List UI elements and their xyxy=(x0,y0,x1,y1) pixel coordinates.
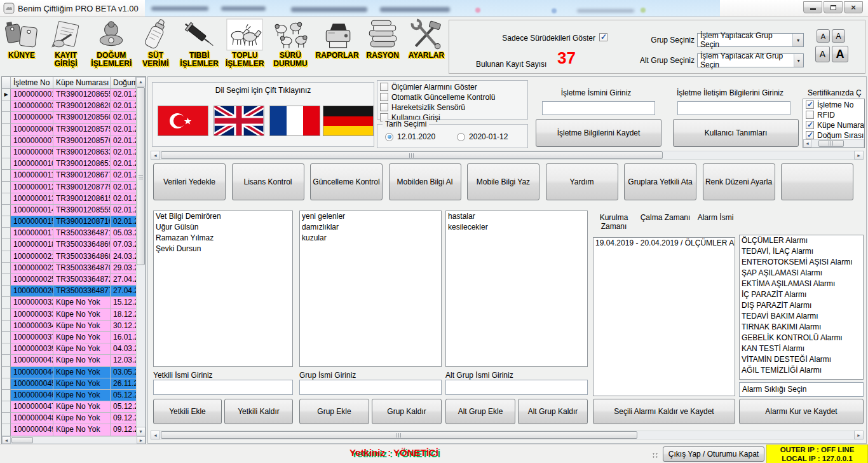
scroll-right-icon[interactable]: ► xyxy=(854,151,864,160)
set-alarm-button[interactable]: Alarmı Kur ve Kaydet xyxy=(739,399,864,424)
table-row[interactable]: 1000000018TR3500336486907.03.20 xyxy=(2,239,136,251)
toolbar-item-kunye[interactable]: KÜNYE xyxy=(3,18,41,76)
list-item[interactable]: İÇ PARAZİT Alarmı xyxy=(740,289,863,300)
certificate-hscroll-thumb[interactable] xyxy=(818,140,844,147)
font-size-button-1[interactable]: A xyxy=(817,29,830,43)
table-row[interactable]: 1000000015TR3900120871602.01.20 xyxy=(2,216,136,228)
list-item[interactable]: Uğur Gülsün xyxy=(154,222,292,233)
column-header-dogum[interactable]: Doğum T xyxy=(111,77,136,89)
table-row[interactable]: 1000000012TR3900120877902.01.20 xyxy=(2,182,136,193)
action-button-gruplara-yetkili-ata[interactable]: Gruplara Yetkili Ata xyxy=(624,163,696,200)
toolbar-item-suru-durumu[interactable]: SÜRÜ DURUMU xyxy=(271,18,310,76)
show-only-herd-checkbox[interactable] xyxy=(599,33,607,41)
action-button-empty[interactable] xyxy=(781,163,853,200)
save-farm-info-button[interactable]: İşletme Bilgilerini Kaydet xyxy=(536,119,661,147)
toolbar-item-toplu-islemler[interactable]: TOPLU İŞLEMLER xyxy=(224,18,265,76)
table-row[interactable]: 1000000039Küpe No Yok04.03.20 xyxy=(2,343,136,355)
alarm-types-list[interactable]: ÖLÇÜMLER AlarmıTEDAVİ, İLAÇ AlarmıENTERO… xyxy=(739,235,864,380)
table-row[interactable]: 1000000011TR3900120867702.01.20 xyxy=(2,170,136,181)
action-button-verileri-yedekle[interactable]: Verileri Yedekle xyxy=(153,163,226,200)
table-hscroll-thumb[interactable] xyxy=(11,437,33,443)
maximize-button[interactable] xyxy=(824,1,843,13)
toolbar-item-sut-verimi[interactable]: SÜT VERİMİ xyxy=(137,18,174,76)
user-definitions-button[interactable]: Kullanıcı Tanımları xyxy=(673,119,799,147)
list-item[interactable]: ENTEROTOKSEMİ AŞISI Alarmı xyxy=(740,257,863,268)
list-item[interactable]: TIRNAK BAKIMI Alarmı xyxy=(740,322,863,333)
list-item[interactable]: TEDAVİ BAKIM Alarmı xyxy=(740,311,863,322)
table-row[interactable]: 1000000007TR3900120857602.01.20 xyxy=(2,135,136,147)
close-button[interactable]: × xyxy=(844,1,863,13)
option-checkbox[interactable] xyxy=(380,93,388,101)
table-row[interactable]: 1000000034Küpe No Yok30.12.20 xyxy=(2,321,136,332)
add-group-button[interactable]: Grup Ekle xyxy=(299,399,369,424)
table-row[interactable]: 1000000021TR3500336486824.03.20 xyxy=(2,251,136,263)
france-flag[interactable] xyxy=(269,106,320,136)
subgroup-name-input[interactable] xyxy=(445,380,588,395)
scroll-right-icon[interactable]: ► xyxy=(137,436,146,444)
action-button-g-ncelleme-kontrol[interactable]: Güncelleme Kontrol xyxy=(310,163,383,200)
font-size-button-4[interactable]: A xyxy=(832,46,848,62)
toolbar-item-ayarlar[interactable]: AYARLAR xyxy=(407,18,446,76)
list-item[interactable]: GEBELİK KONTROLÜ Alarmı xyxy=(740,333,863,343)
table-row[interactable]: 1000000037Küpe No Yok16.01.20 xyxy=(2,332,136,343)
table-row[interactable]: 1000000045Küpe No Yok26.11.20 xyxy=(2,378,136,390)
panel-hscroll-thumb-top[interactable] xyxy=(161,151,663,159)
subgroups-list[interactable]: hastalarkesilecekler xyxy=(445,211,588,367)
list-item[interactable]: DIŞ PARAZİT Alarmı xyxy=(740,300,863,311)
list-item[interactable]: damızlıklar xyxy=(300,222,441,233)
table-row[interactable]: 1000000047Küpe No Yok05.12.20 xyxy=(2,401,136,413)
option-row[interactable]: Otomatik Güncelleme Kontrolü xyxy=(380,92,525,102)
table-row[interactable]: 1000000009TR3900120863302.01.20 xyxy=(2,147,136,158)
date-format-radio[interactable] xyxy=(385,133,393,141)
list-item[interactable]: KAN TESTİ Alarmı xyxy=(740,343,863,354)
list-item[interactable]: kuzular xyxy=(300,233,441,244)
list-item[interactable]: ŞAP AŞILAMASI Alarmı xyxy=(740,268,863,279)
table-row[interactable]: 1000000042Küpe No Yok12.03.20 xyxy=(2,355,136,366)
option-row[interactable]: Hareketsizlik Sensörü xyxy=(380,102,525,112)
scroll-left-icon[interactable]: ◄ xyxy=(151,151,160,160)
certificate-item-checkbox[interactable] xyxy=(806,121,814,129)
scroll-up-icon[interactable]: ▲ xyxy=(136,77,146,86)
minimize-button[interactable] xyxy=(803,1,822,13)
certificate-item-row[interactable]: RFID xyxy=(806,110,862,120)
remove-selected-alarm-button[interactable]: Seçili Alarmı Kaldır ve Kaydet xyxy=(593,399,735,424)
germany-flag[interactable] xyxy=(323,106,374,136)
column-header-kupe-numarasi[interactable]: Küpe Numarası xyxy=(53,77,111,89)
toolbar-item-raporlar[interactable]: RAPORLAR xyxy=(316,18,359,76)
logout-button[interactable]: Çıkış Yap / Oturumu Kapat xyxy=(663,446,764,462)
list-item[interactable]: TEDAVİ, İLAÇ Alarmı xyxy=(740,246,863,257)
action-button-yard-m[interactable]: Yardım xyxy=(546,163,618,200)
farm-contact-input[interactable] xyxy=(677,101,790,115)
date-format-option[interactable]: 2020-01-12 xyxy=(457,132,508,141)
groups-list[interactable]: yeni gelenlerdamızlıklarkuzular xyxy=(299,211,442,367)
scroll-down-icon[interactable]: ▼ xyxy=(136,427,146,436)
scroll-left-icon[interactable]: ◄ xyxy=(151,431,160,439)
authorized-name-input[interactable] xyxy=(153,380,293,395)
chevron-down-icon[interactable]: ▼ xyxy=(794,54,803,67)
list-item[interactable]: Vet Bilgi Demirören xyxy=(154,211,292,222)
table-row[interactable]: 1000000032Küpe No Yok15.12.20 xyxy=(2,297,136,308)
table-row[interactable]: 1000000006TR3900120857502.01.20 xyxy=(2,124,136,135)
table-row[interactable]: 1000000044Küpe No Yok03.05.20 xyxy=(2,367,136,378)
option-row[interactable]: Ölçümler Alarmını Göster xyxy=(380,82,525,92)
certificate-item-checkbox[interactable] xyxy=(806,131,814,139)
list-item[interactable]: Ramazan Yılmaz xyxy=(154,233,292,244)
date-format-radio[interactable] xyxy=(457,133,465,141)
list-item[interactable]: yeni gelenler xyxy=(300,211,441,222)
remove-authorized-button[interactable]: Yetkili Kaldır xyxy=(224,399,293,424)
list-item[interactable]: 19.04.2019 - 20.04.2019 / ÖLÇÜMLER Alarm… xyxy=(593,238,735,249)
table-row[interactable]: 1000000004TR3900120856002.01.20 xyxy=(2,112,136,123)
table-row[interactable]: 1000000014TR3900120855502.01.20 xyxy=(2,205,136,216)
uk-flag[interactable] xyxy=(214,106,264,136)
authorized-people-list[interactable]: Vet Bilgi DemirörenUğur GülsünRamazan Yı… xyxy=(153,211,293,367)
toolbar-item-kayit-girisi[interactable]: KAYIT GİRİŞİ xyxy=(46,18,86,76)
certificate-item-checkbox[interactable] xyxy=(806,100,814,109)
column-header-isletme-no[interactable]: İşletme No xyxy=(11,77,53,89)
turkey-flag[interactable] xyxy=(158,106,208,136)
list-item[interactable]: AĞIL TEMİZLİĞİ Alarmı xyxy=(740,365,863,376)
table-row[interactable]: 1000000013TR3900120861502.01.20 xyxy=(2,193,136,205)
certificate-item-row[interactable]: İşletme No xyxy=(806,100,862,109)
group-select[interactable]: İşlem Yapılacak Grup Seçin ▼ xyxy=(697,33,804,47)
table-row[interactable]: 1000000010TR3900120865102.01.20 xyxy=(2,158,136,170)
table-row[interactable]: 1000000017TR3500336487105.03.20 xyxy=(2,228,136,239)
